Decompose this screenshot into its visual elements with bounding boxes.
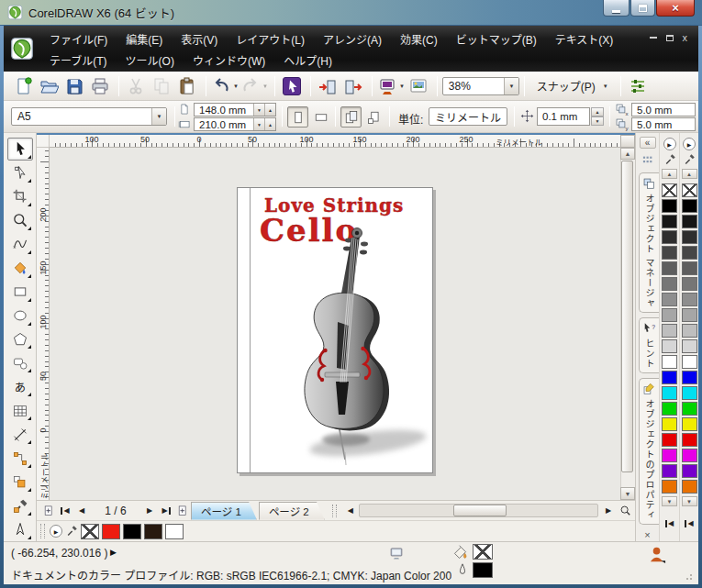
zoom-level-combobox[interactable]: 38%▼ xyxy=(442,77,519,95)
color-swatch-f0ec00[interactable] xyxy=(662,417,677,431)
whats-new-button[interactable] xyxy=(280,74,304,98)
menu-item-row1-2[interactable]: 表示(V) xyxy=(172,31,227,47)
palette-expand-button[interactable]: ◀ xyxy=(665,519,674,527)
color-swatch-767676[interactable] xyxy=(662,277,677,291)
user-account-icon[interactable] xyxy=(648,545,667,564)
all-pages-button[interactable] xyxy=(340,106,362,128)
docker-close-icon[interactable]: × xyxy=(644,529,650,540)
palette-scroll-up-button-doc[interactable]: ▲ xyxy=(682,169,697,179)
color-swatch-5e5e5e[interactable] xyxy=(662,261,677,275)
mdi-minimize-icon[interactable] xyxy=(650,37,657,39)
color-swatch-7700cc-doc[interactable] xyxy=(682,464,697,478)
color-swatch-000000[interactable] xyxy=(662,199,677,213)
save-button[interactable] xyxy=(62,74,86,98)
color-swatch-e60000[interactable] xyxy=(662,433,677,447)
color-swatch-00dff0[interactable] xyxy=(662,386,677,400)
color-swatch-ffffff[interactable] xyxy=(662,355,677,369)
app-launcher-button[interactable]: ▼ xyxy=(377,74,405,98)
ruler-origin-corner[interactable] xyxy=(37,135,50,148)
color-swatch-e600e6-doc[interactable] xyxy=(682,449,697,462)
color-swatch-bebebe[interactable] xyxy=(662,324,677,338)
palette-scroll-up-button[interactable]: ▲ xyxy=(662,169,677,179)
outline-color-indicator[interactable] xyxy=(473,562,493,578)
new-button[interactable] xyxy=(11,74,35,98)
basic-shapes-tool[interactable] xyxy=(7,351,33,374)
color-swatch-0000f0-doc[interactable] xyxy=(682,371,697,384)
scroll-up-button[interactable]: ▲ xyxy=(620,148,635,160)
color-swatch-e600e6[interactable] xyxy=(662,449,677,462)
close-button[interactable]: × xyxy=(656,0,695,17)
nudge-spinner[interactable]: ▲▼ xyxy=(591,107,604,126)
color-swatch-0000f0[interactable] xyxy=(662,371,677,384)
chevron-down-icon[interactable]: ▼ xyxy=(262,83,268,89)
pick-tool[interactable] xyxy=(7,138,33,161)
docker-tab-1[interactable]: ?ヒント xyxy=(639,317,659,373)
color-eyedropper-tool[interactable] xyxy=(7,494,33,517)
horizontal-scrollbar[interactable] xyxy=(359,504,598,517)
table-tool[interactable] xyxy=(7,399,33,422)
palette-eyedropper-icon[interactable] xyxy=(663,153,676,166)
color-swatch-e87000-doc[interactable] xyxy=(682,480,697,494)
color-swatch-000000-doc[interactable] xyxy=(682,199,697,213)
menu-item-row1-6[interactable]: ビットマップ(B) xyxy=(447,31,546,47)
copy-button[interactable] xyxy=(150,74,173,98)
redo-button[interactable]: ▼ xyxy=(240,74,268,98)
smart-fill-tool[interactable] xyxy=(7,257,33,280)
docker-tab-0[interactable]: オブジェクト マネージャ xyxy=(639,172,659,313)
dimension-tool[interactable] xyxy=(7,423,33,446)
menu-item-row2-2[interactable]: ウィンドウ(W) xyxy=(184,52,274,68)
page-tab-1[interactable]: ページ 1 xyxy=(191,502,257,520)
drawing-canvas[interactable]: Love Strings Cello xyxy=(50,148,620,500)
color-swatch-ffffff-doc[interactable] xyxy=(682,355,697,369)
import-button[interactable] xyxy=(316,74,340,98)
color-swatch-161616[interactable] xyxy=(662,215,677,228)
duplicate-x-field[interactable]: 5.0 mm xyxy=(631,103,696,116)
doc-palette-eyedropper-icon[interactable] xyxy=(65,525,78,538)
color-swatch-a6a6a6[interactable] xyxy=(662,308,677,322)
palette-expand-button-doc[interactable]: ◀ xyxy=(685,519,693,527)
color-swatch-e87000[interactable] xyxy=(662,480,677,494)
crop-tool[interactable] xyxy=(7,185,33,208)
color-swatch-2e2e2e[interactable] xyxy=(662,230,677,244)
portrait-orientation-button[interactable] xyxy=(287,106,308,128)
palette-scroll-down-button[interactable]: ▼ xyxy=(662,496,677,506)
color-swatch-none[interactable] xyxy=(662,183,677,197)
cello-image[interactable] xyxy=(273,225,438,471)
units-combobox[interactable]: ミリメートル▼ xyxy=(429,107,507,126)
add-page-button[interactable] xyxy=(40,503,57,518)
palette-drag-handle[interactable] xyxy=(40,524,45,538)
rectangle-tool[interactable] xyxy=(7,281,33,304)
polygon-tool[interactable] xyxy=(7,328,33,351)
fill-indicator-icon[interactable] xyxy=(451,544,469,561)
menu-item-row1-0[interactable]: ファイル(F) xyxy=(40,31,117,47)
mdi-close-icon[interactable]: x xyxy=(683,33,688,42)
color-swatch-00dff0-doc[interactable] xyxy=(682,386,697,400)
pane-splitter[interactable] xyxy=(332,505,337,517)
palette-flyout-button-doc[interactable]: ▶ xyxy=(683,138,696,150)
color-swatch-e60000-doc[interactable] xyxy=(682,433,697,447)
color-swatch-bebebe-doc[interactable] xyxy=(682,324,697,338)
chevron-down-icon[interactable]: ▼ xyxy=(233,83,239,89)
landscape-orientation-button[interactable] xyxy=(310,106,331,128)
color-swatch-7700cc[interactable] xyxy=(662,464,677,478)
horizontal-scroll-thumb[interactable] xyxy=(453,505,507,516)
horizontal-ruler[interactable]: 10050050100150200250ミリメートル xyxy=(50,135,620,148)
menu-item-row1-5[interactable]: 効果(C) xyxy=(391,31,447,47)
docker-collapse-button[interactable]: « xyxy=(640,137,656,149)
menu-item-row2-3[interactable]: ヘルプ(H) xyxy=(274,52,341,68)
palette-flyout-button[interactable]: ▶ xyxy=(663,138,676,150)
vertical-scroll-thumb[interactable] xyxy=(621,161,633,472)
fill-color-indicator[interactable] xyxy=(473,544,493,560)
menu-item-row2-0[interactable]: テーブル(T) xyxy=(40,52,117,68)
menu-item-row1-3[interactable]: レイアウト(L) xyxy=(227,31,314,47)
document-page[interactable]: Love Strings Cello xyxy=(237,187,433,473)
color-swatch-5e5e5e-doc[interactable] xyxy=(682,261,697,275)
color-swatch-8e8e8e[interactable] xyxy=(662,293,677,306)
status-expand-arrow[interactable]: ▶ xyxy=(110,548,117,557)
resize-grip[interactable] xyxy=(685,571,695,581)
page-size-preset-combobox[interactable]: A5▼ xyxy=(11,107,167,126)
export-button[interactable] xyxy=(341,74,365,98)
add-page-button-2[interactable] xyxy=(174,503,191,518)
print-button[interactable] xyxy=(88,74,112,98)
doc-color-swatch-ee1c10[interactable] xyxy=(102,524,120,539)
